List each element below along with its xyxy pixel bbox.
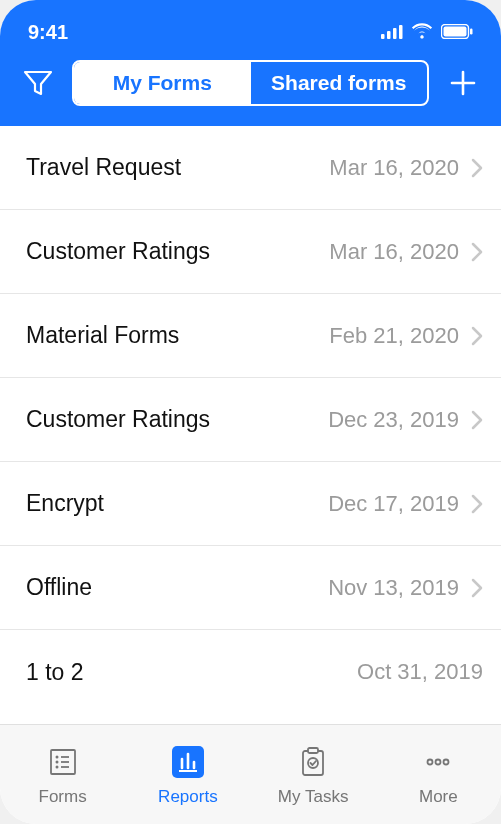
list-item-title: Offline: [26, 574, 316, 601]
list-item[interactable]: Travel RequestMar 16, 2020: [0, 126, 501, 210]
header: 9:41 My Forms Shared forms: [0, 0, 501, 126]
svg-point-26: [444, 759, 449, 764]
nav-label: More: [419, 787, 458, 807]
status-time: 9:41: [28, 21, 68, 44]
reports-icon: [169, 743, 207, 781]
view-segment: My Forms Shared forms: [72, 60, 429, 106]
chevron-right-icon: [471, 410, 483, 430]
svg-rect-5: [444, 26, 467, 36]
battery-icon: [441, 21, 473, 44]
chevron-right-icon: [471, 494, 483, 514]
nav-label: My Tasks: [278, 787, 349, 807]
svg-point-23: [308, 758, 318, 768]
svg-rect-3: [399, 25, 403, 39]
nav-reports[interactable]: Reports: [125, 725, 250, 824]
nav-label: Forms: [39, 787, 87, 807]
tab-my-forms[interactable]: My Forms: [74, 62, 251, 104]
list-item[interactable]: Material FormsFeb 21, 2020: [0, 294, 501, 378]
status-indicators: [381, 21, 473, 44]
nav-mytasks[interactable]: My Tasks: [251, 725, 376, 824]
svg-rect-0: [381, 34, 385, 39]
signal-icon: [381, 21, 403, 44]
chevron-right-icon: [471, 158, 483, 178]
toolbar: My Forms Shared forms: [0, 50, 501, 112]
app-screen: 9:41 My Forms Shared forms: [0, 0, 501, 824]
list-item[interactable]: 1 to 2Oct 31, 2019: [0, 630, 501, 714]
chevron-right-icon: [471, 326, 483, 346]
svg-rect-6: [470, 28, 473, 34]
svg-rect-1: [387, 31, 391, 39]
bottom-nav: Forms Reports My Tasks More: [0, 724, 501, 824]
status-bar: 9:41: [0, 14, 501, 50]
forms-list: Travel RequestMar 16, 2020Customer Ratin…: [0, 126, 501, 724]
nav-forms[interactable]: Forms: [0, 725, 125, 824]
list-item-date: Nov 13, 2019: [328, 575, 459, 601]
list-item-date: Dec 17, 2019: [328, 491, 459, 517]
list-item-title: Travel Request: [26, 154, 317, 181]
svg-rect-21: [303, 751, 323, 775]
chevron-right-icon: [471, 578, 483, 598]
list-item-date: Feb 21, 2020: [329, 323, 459, 349]
filter-icon[interactable]: [20, 65, 56, 101]
forms-icon: [44, 743, 82, 781]
svg-rect-22: [308, 748, 318, 753]
svg-rect-2: [393, 28, 397, 39]
svg-point-25: [436, 759, 441, 764]
list-item[interactable]: Customer RatingsMar 16, 2020: [0, 210, 501, 294]
list-item-title: 1 to 2: [26, 659, 345, 686]
tab-shared-forms[interactable]: Shared forms: [251, 62, 428, 104]
list-item[interactable]: Customer RatingsDec 23, 2019: [0, 378, 501, 462]
mytasks-icon: [294, 743, 332, 781]
nav-label: Reports: [158, 787, 218, 807]
list-item-date: Mar 16, 2020: [329, 155, 459, 181]
svg-point-24: [428, 759, 433, 764]
add-button[interactable]: [445, 65, 481, 101]
list-item[interactable]: EncryptDec 17, 2019: [0, 462, 501, 546]
list-item-date: Mar 16, 2020: [329, 239, 459, 265]
list-item-title: Encrypt: [26, 490, 316, 517]
list-item-title: Material Forms: [26, 322, 317, 349]
nav-more[interactable]: More: [376, 725, 501, 824]
list-item-title: Customer Ratings: [26, 406, 316, 433]
chevron-right-icon: [471, 242, 483, 262]
more-icon: [419, 743, 457, 781]
list-item-date: Oct 31, 2019: [357, 659, 483, 685]
list-item-date: Dec 23, 2019: [328, 407, 459, 433]
list-item-title: Customer Ratings: [26, 238, 317, 265]
list-item[interactable]: OfflineNov 13, 2019: [0, 546, 501, 630]
wifi-icon: [411, 21, 433, 44]
